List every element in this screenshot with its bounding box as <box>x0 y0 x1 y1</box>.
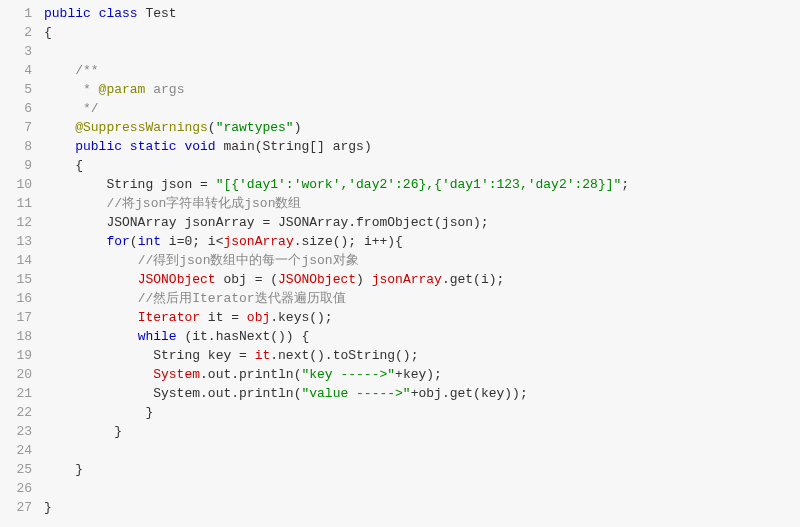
code-line[interactable]: * @param args <box>44 80 800 99</box>
line-number: 20 <box>4 365 32 384</box>
token: Iterator <box>138 310 200 325</box>
code-line[interactable] <box>44 479 800 498</box>
code-line[interactable]: public class Test <box>44 4 800 23</box>
line-number: 22 <box>4 403 32 422</box>
token: "key ----->" <box>301 367 395 382</box>
line-gutter: 1234567891011121314151617181920212223242… <box>0 0 40 527</box>
line-number: 10 <box>4 175 32 194</box>
line-number: 2 <box>4 23 32 42</box>
token: ; <box>621 177 629 192</box>
code-line[interactable]: } <box>44 403 800 422</box>
token: } <box>44 500 52 515</box>
code-line[interactable]: JSONArray jsonArray = JSONArray.fromObje… <box>44 213 800 232</box>
token: obj <box>247 310 270 325</box>
token: //将json字符串转化成json数组 <box>106 196 301 211</box>
token <box>44 329 138 344</box>
token: { <box>44 158 83 173</box>
token: "value ----->" <box>301 386 410 401</box>
code-line[interactable]: JSONObject obj = (JSONObject) jsonArray.… <box>44 270 800 289</box>
token: public <box>75 139 122 154</box>
token <box>44 196 106 211</box>
token: */ <box>44 101 99 116</box>
line-number: 6 <box>4 99 32 118</box>
token: String json = <box>44 177 216 192</box>
line-number: 14 <box>4 251 32 270</box>
line-number: 1 <box>4 4 32 23</box>
token: .next().toString(); <box>270 348 418 363</box>
code-line[interactable]: } <box>44 460 800 479</box>
token <box>44 367 153 382</box>
token <box>44 443 52 458</box>
line-number: 11 <box>4 194 32 213</box>
code-line[interactable]: System.out.println("value ----->"+obj.ge… <box>44 384 800 403</box>
token: obj = ( <box>216 272 278 287</box>
token: { <box>44 25 52 40</box>
line-number: 19 <box>4 346 32 365</box>
token <box>44 63 75 78</box>
token: main(String[] args) <box>216 139 372 154</box>
token: (it.hasNext()) { <box>177 329 310 344</box>
token: @SuppressWarnings <box>75 120 208 135</box>
token: ) <box>356 272 372 287</box>
line-number: 21 <box>4 384 32 403</box>
token: void <box>184 139 215 154</box>
code-line[interactable] <box>44 441 800 460</box>
line-number: 18 <box>4 327 32 346</box>
token: System <box>153 367 200 382</box>
token: ) <box>294 120 302 135</box>
token: for <box>106 234 129 249</box>
token: JSONArray jsonArray = JSONArray.fromObje… <box>44 215 489 230</box>
token: } <box>44 405 153 420</box>
code-line[interactable]: for(int i=0; i<jsonArray.size(); i++){ <box>44 232 800 251</box>
token: .out.println( <box>200 367 301 382</box>
token: static <box>130 139 177 154</box>
code-line[interactable]: } <box>44 422 800 441</box>
line-number: 3 <box>4 42 32 61</box>
token: } <box>44 424 122 439</box>
token: "[{'day1':'work','day2':26},{'day1':123,… <box>216 177 622 192</box>
token: .size(); i++){ <box>294 234 403 249</box>
token: +key); <box>395 367 442 382</box>
token <box>91 6 99 21</box>
code-line[interactable]: while (it.hasNext()) { <box>44 327 800 346</box>
line-number: 24 <box>4 441 32 460</box>
line-number: 27 <box>4 498 32 517</box>
code-line[interactable]: String json = "[{'day1':'work','day2':26… <box>44 175 800 194</box>
line-number: 4 <box>4 61 32 80</box>
code-line[interactable]: //然后用Iterator迭代器遍历取值 <box>44 289 800 308</box>
token <box>44 272 138 287</box>
token: System.out.println( <box>44 386 301 401</box>
line-number: 17 <box>4 308 32 327</box>
code-line[interactable]: /** <box>44 61 800 80</box>
code-line[interactable] <box>44 42 800 61</box>
token <box>44 481 52 496</box>
token: +obj.get(key)); <box>411 386 528 401</box>
code-line[interactable]: String key = it.next().toString(); <box>44 346 800 365</box>
token <box>44 310 138 325</box>
line-number: 5 <box>4 80 32 99</box>
token: ( <box>208 120 216 135</box>
code-line[interactable]: */ <box>44 99 800 118</box>
code-area[interactable]: public class Test{ /** * @param args */ … <box>40 0 800 527</box>
code-line[interactable]: { <box>44 156 800 175</box>
token: ( <box>130 234 138 249</box>
token: it <box>255 348 271 363</box>
code-line[interactable]: } <box>44 498 800 517</box>
code-line[interactable]: //得到json数组中的每一个json对象 <box>44 251 800 270</box>
line-number: 26 <box>4 479 32 498</box>
code-line[interactable]: Iterator it = obj.keys(); <box>44 308 800 327</box>
code-line[interactable]: { <box>44 23 800 42</box>
token <box>44 253 138 268</box>
code-line[interactable]: @SuppressWarnings("rawtypes") <box>44 118 800 137</box>
code-line[interactable]: public static void main(String[] args) <box>44 137 800 156</box>
code-line[interactable]: System.out.println("key ----->"+key); <box>44 365 800 384</box>
code-editor[interactable]: 1234567891011121314151617181920212223242… <box>0 0 800 527</box>
token: i=0; i< <box>161 234 223 249</box>
token: //得到json数组中的每一个json对象 <box>138 253 359 268</box>
line-number: 25 <box>4 460 32 479</box>
line-number: 16 <box>4 289 32 308</box>
code-line[interactable]: //将json字符串转化成json数组 <box>44 194 800 213</box>
token: public <box>44 6 91 21</box>
line-number: 7 <box>4 118 32 137</box>
token: * <box>44 82 99 97</box>
